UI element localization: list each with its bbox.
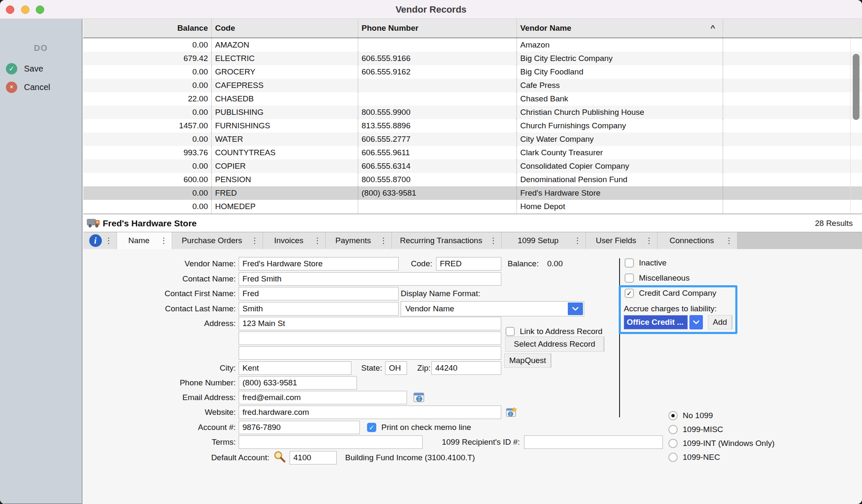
tab-recurring-transactions[interactable]: Recurring Transactions ⋮ xyxy=(392,232,502,249)
tab-info[interactable]: i ⋮ xyxy=(83,232,117,249)
account-number-input[interactable] xyxy=(239,421,360,434)
cell-phone xyxy=(358,79,517,92)
record-header: Fred's Hardware Store 28 Results xyxy=(83,214,862,232)
table-row-chasedb[interactable]: 22.00 CHASEDB Chased Bank xyxy=(83,92,862,106)
zip-input[interactable] xyxy=(431,361,501,375)
tab-purchase-orders[interactable]: Purchase Orders ⋮ xyxy=(172,232,263,249)
accrue-charges-label: Accrue charges to liability: xyxy=(624,302,717,316)
tab-options-dots-icon[interactable]: ⋮ xyxy=(314,232,321,249)
cell-code: COPIER xyxy=(212,159,358,173)
tab-payments[interactable]: Payments ⋮ xyxy=(326,232,392,249)
print-on-check-memo-checkbox[interactable]: ✓ xyxy=(367,423,376,432)
account-lookup-magnifier-icon[interactable] xyxy=(273,450,286,463)
table-row-furnishings[interactable]: 1457.00 FURNISHINGS 813.555.8896 Church … xyxy=(83,119,862,133)
website-input[interactable] xyxy=(239,406,501,419)
table-row-water[interactable]: 0.00 WATER 606.555.2777 City Water Compa… xyxy=(83,133,862,146)
table-row-publishing[interactable]: 0.00 PUBLISHING 800.555.9900 Christian C… xyxy=(83,106,862,119)
address-line1-input[interactable] xyxy=(239,317,501,330)
mapquest-button[interactable]: MapQuest xyxy=(504,353,551,368)
default-account-input[interactable] xyxy=(290,451,337,464)
add-liability-button[interactable]: Add xyxy=(708,315,732,329)
tab-user-fields[interactable]: User Fields ⋮ xyxy=(586,232,657,249)
tab-options-dots-icon[interactable]: ⋮ xyxy=(574,232,581,249)
vendor-name-input[interactable] xyxy=(239,257,399,271)
tab-options-dots-icon[interactable]: ⋮ xyxy=(105,232,112,249)
save-button[interactable]: ✓ Save xyxy=(0,62,82,75)
radio-no-1099[interactable]: No 1099 xyxy=(668,409,774,422)
phone-number-input[interactable] xyxy=(239,376,357,390)
contact-last-name-label: Contact Last Name: xyxy=(83,302,236,316)
column-header-balance[interactable]: Balance xyxy=(83,19,212,37)
cell-blank xyxy=(723,65,862,79)
table-row-copier[interactable]: 0.00 COPIER 606.555.6314 Consolidated Co… xyxy=(83,159,862,173)
tab-bar: i ⋮ Name ⋮ Purchase Orders ⋮ Invoices ⋮ … xyxy=(83,232,862,249)
inactive-checkbox[interactable]: ✓ xyxy=(625,258,634,268)
tab-options-dots-icon[interactable]: ⋮ xyxy=(160,232,168,249)
table-row-grocery[interactable]: 0.00 GROCERY 606.555.9162 Big City Foodl… xyxy=(83,65,862,79)
table-row-homedep[interactable]: 0.00 HOMEDEP Home Depot xyxy=(83,200,862,213)
credit-card-company-checkbox[interactable]: ✓ xyxy=(625,289,634,298)
address-line2-input[interactable] xyxy=(239,332,501,345)
cell-blank xyxy=(723,119,862,133)
cell-vendor-name: Amazon xyxy=(517,38,723,52)
miscellaneous-label: Miscellaneous xyxy=(639,271,689,285)
table-row-cafepress[interactable]: 0.00 CAFEPRESS Cafe Press xyxy=(83,79,862,92)
tab-options-dots-icon[interactable]: ⋮ xyxy=(725,232,733,249)
tab-name[interactable]: Name ⋮ xyxy=(117,232,172,249)
tab-connections[interactable]: Connections ⋮ xyxy=(657,232,737,249)
radio-1099-nec[interactable]: 1099-NEC xyxy=(668,450,774,464)
select-address-record-button[interactable]: Select Address Record xyxy=(505,337,604,352)
tab-options-dots-icon[interactable]: ⋮ xyxy=(645,232,653,249)
cell-blank xyxy=(723,106,862,119)
table-row-countytreas[interactable]: 993.76 COUNTYTREAS 606.555.9611 Clark Co… xyxy=(83,146,862,159)
cell-blank xyxy=(723,92,862,106)
sidebar-heading: DO xyxy=(0,43,82,53)
cell-vendor-name: Clark County Treasurer xyxy=(517,146,723,159)
cell-code: AMAZON xyxy=(212,38,358,52)
cell-blank xyxy=(723,133,862,146)
miscellaneous-checkbox[interactable]: ✓ xyxy=(625,273,634,283)
chevron-down-icon[interactable] xyxy=(568,302,583,315)
website-webpage-icon[interactable] xyxy=(506,407,517,418)
recipient-id-input[interactable] xyxy=(524,435,663,449)
cell-vendor-name: Cafe Press xyxy=(517,79,723,92)
tab-invoices[interactable]: Invoices ⋮ xyxy=(263,232,326,249)
link-to-address-record-checkbox[interactable]: ✓ xyxy=(505,327,515,336)
table-row-electric[interactable]: 679.42 ELECTRIC 606.555.9166 Big City El… xyxy=(83,52,862,65)
code-input[interactable] xyxy=(436,257,501,271)
cancel-button[interactable]: × Cancel xyxy=(0,80,82,94)
table-row-pension[interactable]: 600.00 PENSION 800.555.8700 Denomination… xyxy=(83,173,862,186)
cell-code: CHASEDB xyxy=(212,92,358,106)
balance-value: 0.00 xyxy=(547,257,563,271)
tab-options-dots-icon[interactable]: ⋮ xyxy=(380,232,387,249)
column-header-phone[interactable]: Phone Number xyxy=(358,19,517,37)
default-account-description: Building Fund Income (3100.4100.T) xyxy=(345,451,475,464)
column-header-blank xyxy=(723,19,862,37)
vendor-records-window: Vendor Records DO ✓ Save × Cancel « Coll… xyxy=(0,0,862,504)
email-webpage-icon[interactable] xyxy=(413,392,424,403)
address-line3-input[interactable] xyxy=(239,346,501,360)
liability-account-select[interactable]: Office Credit ... xyxy=(624,315,688,329)
cell-code: PUBLISHING xyxy=(212,106,358,119)
email-address-input[interactable] xyxy=(239,391,407,404)
state-input[interactable] xyxy=(385,361,407,375)
radio-1099-misc[interactable]: 1099-MISC xyxy=(668,422,774,436)
liability-chevron-down-icon[interactable] xyxy=(689,315,703,329)
scrollbar-thumb[interactable] xyxy=(853,54,859,120)
column-header-code[interactable]: Code xyxy=(212,19,358,37)
terms-input[interactable] xyxy=(239,435,423,449)
contact-last-name-input[interactable] xyxy=(239,302,399,316)
table-row-amazon[interactable]: 0.00 AMAZON Amazon xyxy=(83,38,862,52)
column-header-vendor-name[interactable]: Vendor Name ^ xyxy=(517,19,723,37)
contact-name-input[interactable] xyxy=(239,272,501,286)
radio-circle-icon xyxy=(668,411,678,420)
table-row-fred[interactable]: 0.00 FRED (800) 633-9581 Fred's Hardware… xyxy=(83,186,862,200)
radio-1099-int-windows-only[interactable]: 1099-INT (Windows Only) xyxy=(668,436,774,450)
display-name-format-select[interactable]: Vendor Name xyxy=(401,301,584,316)
city-input[interactable] xyxy=(239,361,351,375)
tab-1099-setup[interactable]: 1099 Setup ⋮ xyxy=(502,232,586,249)
tab-options-dots-icon[interactable]: ⋮ xyxy=(251,232,258,249)
cell-balance: 0.00 xyxy=(83,159,212,173)
tab-options-dots-icon[interactable]: ⋮ xyxy=(490,232,497,249)
contact-first-name-input[interactable] xyxy=(239,287,399,300)
